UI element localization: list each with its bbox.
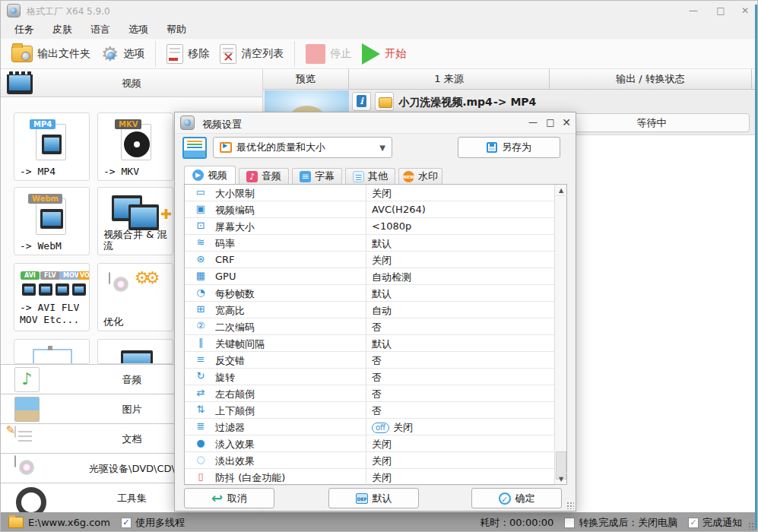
notify-checkbox[interactable]: ✓ [688, 518, 699, 528]
default-button[interactable]: 默认 [328, 488, 419, 508]
window-border [755, 5, 757, 529]
menu-skin[interactable]: 皮肤 [52, 23, 72, 36]
profile-dropdown[interactable]: 最优化的质量和大小 ▼ [213, 137, 392, 158]
video-settings-table: ▭ 大小限制 关闭 ▣ 视频编码 AVC(H264) ⊡ 屏幕大小 <1080p [184, 184, 567, 485]
window-title: 格式工厂 X64 5.9.0 [27, 5, 110, 18]
screen-size-icon: ⊡ [194, 220, 208, 231]
open-folder-button[interactable] [375, 92, 394, 111]
setting-row-gpu[interactable]: ▦ GPU 自动检测 [185, 268, 555, 285]
tab-audio[interactable]: 音频 [239, 168, 289, 184]
dialog-close-button[interactable]: ✕ [560, 117, 573, 129]
status-badge: 等待中 [553, 113, 750, 132]
setting-row-size-limit[interactable]: ▭ 大小限制 关闭 [185, 185, 555, 201]
info-button[interactable] [352, 92, 371, 111]
file-type-icons [56, 283, 69, 296]
tab-label: 音频 [262, 169, 281, 183]
options-button[interactable]: ⚙ 选项 [101, 44, 144, 64]
card-to-webm[interactable]: Webm -> WebM [14, 187, 90, 255]
setting-row-crf[interactable]: ⊛ CRF 关闭 [185, 252, 555, 268]
setting-row-stabilize[interactable]: ▯ 防抖 (白金功能) 关闭 [185, 469, 555, 486]
video-tab-icon [192, 169, 204, 181]
tab-video[interactable]: 视频 [184, 166, 236, 184]
card-label: 优化 [103, 316, 170, 328]
setting-row-deinterlace[interactable]: ≡ 反交错 否 [185, 352, 555, 369]
flip-vertical-icon: ⇅ [194, 404, 208, 415]
cancel-label: 取消 [227, 492, 247, 505]
menu-task[interactable]: 任务 [14, 23, 34, 36]
check-circle-icon: ✓ [499, 492, 511, 505]
vob-badge: VOB [78, 271, 90, 280]
stabilize-icon: ▯ [194, 470, 208, 482]
cancel-button[interactable]: ↩ 取消 [184, 488, 274, 508]
output-path[interactable]: E:\www.x6g.com [28, 517, 110, 528]
crop-tool-icon [33, 349, 72, 364]
target-format: -> MP4 [493, 96, 536, 108]
setting-row-screen-size[interactable]: ⊡ 屏幕大小 <1080p [185, 218, 555, 235]
dialog-title-bar[interactable]: 视频设置 — □ ✕ [175, 112, 576, 134]
video-section-header[interactable]: 视频 [1, 69, 262, 97]
tab-subtitle[interactable]: 字幕 [292, 168, 342, 184]
plus-icon: ✚ [160, 206, 172, 222]
save-as-button[interactable]: 另存为 [458, 137, 560, 158]
dialog-resize-grip[interactable] [566, 502, 574, 509]
tab-label: 其他 [368, 169, 388, 183]
card-to-avi-flv-mov[interactable]: AVI FLV MOV VOB -> AVI FLV MOV Etc... [14, 263, 90, 331]
minimize-button[interactable]: — [685, 5, 702, 17]
ok-button[interactable]: ✓ 确定 [471, 488, 562, 508]
stop-button[interactable]: 停止 [306, 44, 351, 64]
tab-watermark[interactable]: 水印 [398, 168, 442, 184]
menu-language[interactable]: 语言 [90, 23, 110, 36]
close-button[interactable]: ✕ [737, 5, 753, 17]
start-button[interactable]: 开始 [362, 43, 406, 65]
dialog-maximize-button[interactable]: □ [544, 117, 557, 129]
output-folder-button[interactable]: 输出文件夹 [11, 46, 90, 62]
setting-row-filter[interactable]: ≣ 过滤器 off关闭 [185, 419, 555, 435]
shutdown-after-checkbox[interactable] [564, 518, 575, 528]
flip-horizontal-icon: ⇄ [194, 387, 208, 398]
scroll-down-arrow-icon[interactable]: ▼ [555, 473, 567, 484]
setting-row-flip-vertical[interactable]: ⇅ 上下颠倒 否 [185, 402, 555, 419]
stop-icon [306, 44, 325, 64]
watermark-tab-icon [403, 171, 414, 182]
chevron-down-icon: ▼ [379, 144, 385, 152]
gears-icon: ⚙⚙ [135, 268, 155, 287]
maximize-button[interactable]: □ [712, 5, 729, 17]
table-scrollbar[interactable]: ▲ ▼ [554, 185, 566, 484]
setting-row-keyframe-interval[interactable]: ∥ 关键帧间隔 默认 [185, 335, 555, 352]
output-path-icon[interactable] [8, 517, 24, 528]
scroll-up-arrow-icon[interactable]: ▲ [555, 185, 567, 196]
tab-label: 字幕 [315, 169, 335, 183]
tab-other[interactable]: 其他 [345, 168, 395, 184]
dialog-minimize-button[interactable]: — [526, 117, 540, 129]
clear-list-button[interactable]: 清空列表 [220, 44, 284, 64]
remove-button[interactable]: 移除 [167, 44, 209, 64]
setting-row-bitrate[interactable]: ≋ 码率 默认 [185, 235, 555, 252]
setting-row-video-encoder[interactable]: ▣ 视频编码 AVC(H264) [185, 201, 555, 218]
menu-bar: 任务 皮肤 语言 选项 帮助 [1, 21, 758, 39]
menu-help[interactable]: 帮助 [167, 23, 186, 36]
app-window: 格式工厂 X64 5.9.0 — □ ✕ 任务 皮肤 语言 选项 帮助 输出文件… [0, 0, 758, 532]
card-to-mp4[interactable]: MP4 -> MP4 [14, 112, 90, 181]
setting-row-aspect-ratio[interactable]: ⊞ 宽高比 自动 [185, 302, 555, 318]
setting-row-rotate[interactable]: ↻ 旋转 否 [185, 369, 555, 385]
card-video-join-mux[interactable]: ✚ 视频合并 & 混流 [97, 187, 173, 255]
card-to-mkv[interactable]: MKV -> MKV [97, 112, 173, 181]
queue-header: 预览 1 来源 输出 / 转换状态 [263, 69, 755, 90]
menu-options[interactable]: 选项 [128, 23, 148, 36]
setting-row-two-pass[interactable]: ② 二次编码 否 [185, 318, 555, 335]
card-label: -> MP4 [20, 166, 86, 177]
gpu-icon: ▦ [194, 270, 208, 281]
keyframe-interval-icon: ∥ [194, 337, 208, 348]
card-partial-right[interactable] [97, 339, 173, 364]
multithread-checkbox[interactable]: ✓ [121, 518, 132, 528]
card-partial-left[interactable] [14, 339, 90, 364]
floppy-icon [487, 142, 497, 153]
setting-row-fade-in[interactable]: ● 淡入效果 关闭 [185, 435, 555, 452]
setting-row-flip-horizontal[interactable]: ⇄ 左右颠倒 否 [185, 385, 555, 402]
card-optimize[interactable]: ⚙⚙ 优化 [97, 263, 173, 331]
setting-row-fps[interactable]: ◔ 每秒帧数 默认 [185, 285, 555, 302]
setting-row-fade-out[interactable]: ○ 淡出效果 关闭 [185, 452, 555, 469]
source-filename: 小刀洗澡视频.mp4 [392, 96, 499, 109]
film-icon [128, 204, 159, 230]
back-arrow-icon: ↩ [211, 493, 223, 504]
